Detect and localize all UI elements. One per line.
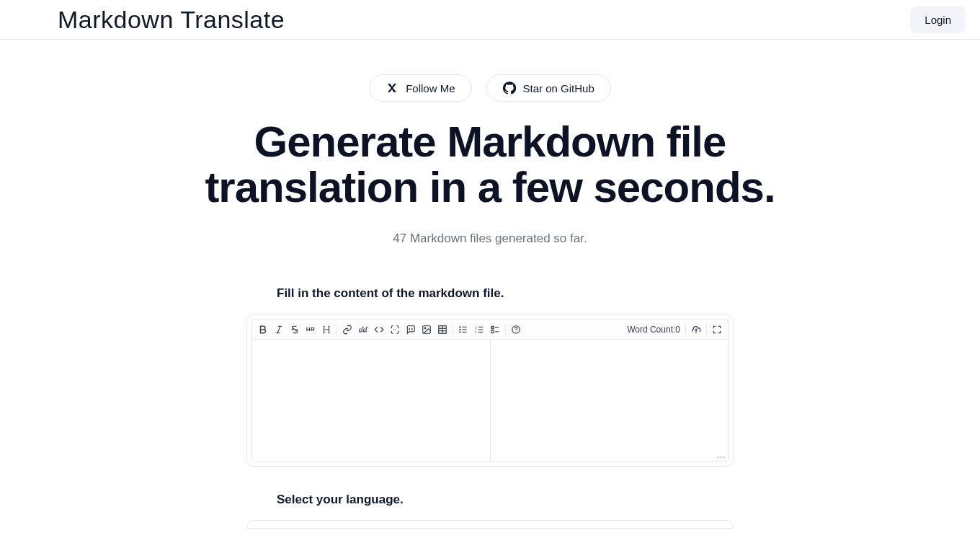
follow-me-label: Follow Me [406,82,455,94]
svg-line-2 [277,326,280,332]
pill-row: Follow Me Star on GitHub [369,74,611,102]
svg-point-16 [460,331,460,332]
x-logo-icon [386,81,398,94]
markdown-editor: HR [246,314,734,467]
svg-point-6 [424,327,426,329]
svg-point-15 [460,329,460,330]
fullscreen-icon[interactable] [709,322,725,338]
editor-panes: ⋯ [251,339,729,462]
svg-text:3: 3 [475,330,476,333]
header: Markdown Translate Login [0,0,980,40]
editor-input-pane [252,340,491,461]
task-list-icon[interactable] [487,322,503,338]
bold-icon[interactable] [255,322,271,338]
word-count-value: 0 [675,325,680,335]
word-count: Word Count:0 [627,325,683,335]
help-icon[interactable] [508,322,524,338]
hero: Follow Me Star on GitHub Generate Markdo… [0,40,980,246]
language-select[interactable] [246,520,734,529]
comment-icon[interactable] [403,322,419,338]
star-github-link[interactable]: Star on GitHub [486,74,611,102]
toolbar-separator [706,324,707,335]
hero-title: Generate Markdown file translation in a … [166,119,814,210]
star-github-label: Star on GitHub [523,82,594,94]
svg-point-14 [460,326,460,327]
toolbar-separator [685,324,686,335]
toolbar-separator [505,324,506,335]
resize-handle-icon[interactable]: ⋯ [717,452,726,462]
ordered-list-icon[interactable]: 123 [471,322,487,338]
image-icon[interactable] [419,322,435,338]
github-icon [503,81,516,94]
toolbar-separator [453,324,453,335]
unordered-list-icon[interactable] [455,322,471,338]
upload-icon[interactable] [688,322,704,338]
code-block-icon[interactable] [387,322,403,338]
quote-icon[interactable] [355,322,371,338]
link-icon[interactable] [339,322,355,338]
login-button[interactable]: Login [910,6,966,33]
word-count-label: Word Count: [627,325,675,335]
follow-me-link[interactable]: Follow Me [369,74,471,102]
select-language-label: Select your language. [277,493,734,507]
table-icon[interactable] [435,322,450,338]
svg-point-28 [516,331,517,332]
fill-content-label: Fill in the content of the markdown file… [277,286,734,301]
editor-toolbar: HR [251,319,729,339]
heading-icon[interactable] [318,322,334,338]
strikethrough-icon[interactable] [287,322,303,338]
horizontal-rule-icon[interactable]: HR [303,322,318,338]
code-icon[interactable] [371,322,387,338]
svg-rect-25 [491,330,494,333]
hero-subtitle: 47 Markdown files generated so far. [393,232,587,246]
italic-icon[interactable] [271,322,287,338]
brand-title: Markdown Translate [14,6,285,34]
editor-section: Fill in the content of the markdown file… [246,286,734,529]
toolbar-separator [337,324,337,335]
editor-preview-pane [491,340,729,461]
markdown-textarea[interactable] [252,340,490,461]
